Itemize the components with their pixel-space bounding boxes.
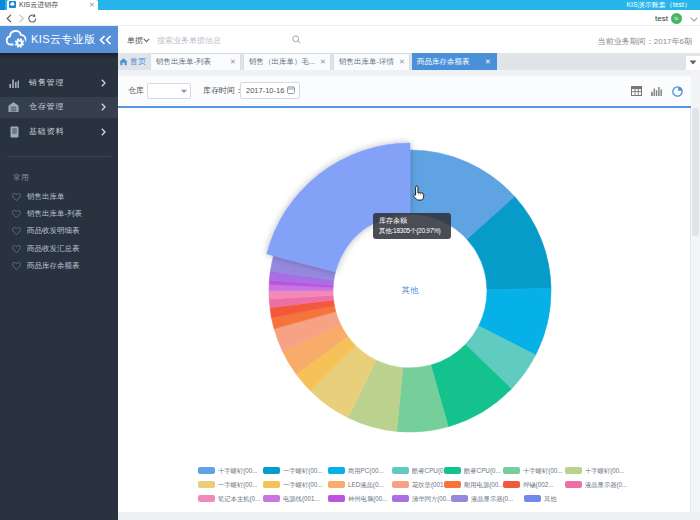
svg-text:其他: 其他 [402,285,420,295]
